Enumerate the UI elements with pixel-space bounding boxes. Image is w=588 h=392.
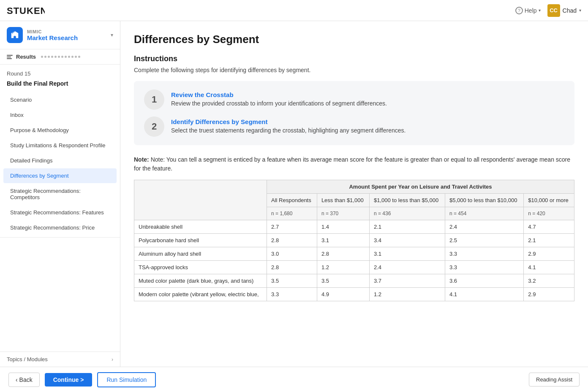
sidebar-section-title: Build the Final Report bbox=[0, 78, 120, 92]
table-group-header: Amount Spent per Year on Leisure and Tra… bbox=[267, 180, 574, 194]
table-value-cell: 3.6 bbox=[445, 274, 523, 288]
table-value-cell: 2.7 bbox=[267, 220, 317, 234]
table-feature-cell: Muted color palette (dark blue, grays, a… bbox=[134, 274, 267, 288]
table-value-cell: 4.1 bbox=[445, 288, 523, 301]
sidebar-app-icon bbox=[7, 27, 23, 43]
svg-rect-3 bbox=[15, 35, 16, 36]
sidebar-nav-item[interactable]: Inbox bbox=[3, 108, 117, 122]
help-button[interactable]: ? Help ▾ bbox=[515, 7, 541, 14]
table-value-cell: 3.0 bbox=[267, 247, 317, 261]
table-col-header: $1,000 to less than $5,000 bbox=[369, 194, 445, 207]
table-row: Muted color palette (dark blue, grays, a… bbox=[134, 274, 574, 288]
table-value-cell: 3.2 bbox=[524, 274, 574, 288]
run-simulation-button[interactable]: Run Simulation bbox=[97, 372, 156, 387]
step-2-circle: 2 bbox=[144, 116, 164, 137]
table-value-cell: 2.8 bbox=[317, 247, 369, 261]
svg-rect-5 bbox=[15, 34, 16, 35]
user-chevron-icon: ▾ bbox=[579, 8, 581, 13]
sidebar-divider bbox=[0, 237, 120, 238]
results-lines-icon bbox=[7, 55, 13, 59]
help-label: Help bbox=[525, 7, 537, 14]
table-value-cell: 2.1 bbox=[524, 234, 574, 247]
sidebar-results-bar: Results bbox=[0, 49, 120, 65]
sidebar-round-label: Round 15 bbox=[0, 65, 120, 78]
sidebar-topics-label: Topics / Modules bbox=[7, 356, 48, 362]
note-text: Note: Note: You can tell a segment is en… bbox=[134, 155, 574, 173]
step-1-desc: Review the provided crosstab to inform y… bbox=[171, 100, 387, 107]
table-feature-cell: Aluminum alloy hard shell bbox=[134, 247, 267, 261]
table-value-cell: 2.9 bbox=[524, 247, 574, 261]
table-row: Unbreakable shell2.71.42.12.44.7 bbox=[134, 220, 574, 234]
table-value-cell: 3.5 bbox=[317, 274, 369, 288]
sidebar-nav-item[interactable]: Strategic Recommendations: Competitors bbox=[3, 184, 117, 205]
table-value-cell: 3.3 bbox=[445, 247, 523, 261]
table-feature-cell: Unbreakable shell bbox=[134, 220, 267, 234]
table-value-cell: 2.8 bbox=[267, 234, 317, 247]
stukent-logo: STUKENT bbox=[7, 5, 45, 16]
sidebar-nav-item[interactable]: Strategic Recommendations: Features bbox=[3, 205, 117, 220]
back-button[interactable]: ‹ Back bbox=[8, 373, 40, 387]
steps-container: 1 Review the Crosstab Review the provide… bbox=[134, 81, 574, 145]
table-value-cell: 2.8 bbox=[267, 261, 317, 274]
sidebar-nav-item[interactable]: Scenario bbox=[3, 92, 117, 107]
table-row: Polycarbonate hard shell2.83.13.42.52.1 bbox=[134, 234, 574, 247]
svg-rect-4 bbox=[14, 34, 14, 35]
sidebar-nav-item[interactable]: Detailed Findings bbox=[3, 153, 117, 168]
sidebar-app-header[interactable]: MIMIC Market Research ▾ bbox=[0, 21, 120, 49]
table-n-header: n = 436 bbox=[369, 207, 445, 220]
table-empty-header bbox=[134, 180, 267, 220]
top-bar: STUKENT ? Help ▾ CC Chad ▾ bbox=[0, 0, 588, 21]
table-value-cell: 2.1 bbox=[369, 220, 445, 234]
table-col-header: Less than $1,000 bbox=[317, 194, 369, 207]
bottom-bar: ‹ Back Continue > Run Simulation Reading… bbox=[0, 367, 588, 392]
sidebar-nav-item[interactable]: Purpose & Methodology bbox=[3, 123, 117, 138]
table-value-cell: 1.4 bbox=[317, 220, 369, 234]
instructions-title: Instructions bbox=[134, 54, 574, 63]
sidebar-nav: ScenarioInboxPurpose & MethodologyStudy … bbox=[0, 92, 120, 235]
step-1-link[interactable]: Review the Crosstab bbox=[171, 91, 387, 98]
table-value-cell: 2.4 bbox=[369, 261, 445, 274]
table-value-cell: 3.1 bbox=[369, 247, 445, 261]
user-menu[interactable]: CC Chad ▾ bbox=[547, 4, 581, 17]
instructions-desc: Complete the following steps for identif… bbox=[134, 67, 574, 73]
table-value-cell: 1.2 bbox=[369, 288, 445, 301]
sidebar-app-info: MIMIC Market Research bbox=[27, 29, 78, 41]
page-title: Differences by Segment bbox=[134, 33, 574, 46]
help-icon: ? bbox=[515, 7, 523, 14]
table-n-header: n = 454 bbox=[445, 207, 523, 220]
step-1-circle: 1 bbox=[144, 89, 164, 110]
table-row: TSA-approved locks2.81.22.43.34.1 bbox=[134, 261, 574, 274]
table-feature-cell: TSA-approved locks bbox=[134, 261, 267, 274]
main-content: Differences by Segment Instructions Comp… bbox=[120, 21, 588, 367]
sidebar-nav-item[interactable]: Differences by Segment bbox=[3, 168, 117, 183]
table-col-header: $5,000 to less than $10,000 bbox=[445, 194, 523, 207]
table-value-cell: 3.1 bbox=[317, 234, 369, 247]
table-value-cell: 3.4 bbox=[369, 234, 445, 247]
help-chevron-icon: ▾ bbox=[539, 8, 541, 13]
crosstab-table-wrapper: Amount Spent per Year on Leisure and Tra… bbox=[134, 180, 574, 301]
sidebar: MIMIC Market Research ▾ Results bbox=[0, 21, 120, 367]
user-avatar: CC bbox=[547, 4, 560, 17]
table-value-cell: 3.3 bbox=[267, 288, 317, 301]
reading-assist-button[interactable]: Reading Assist bbox=[529, 373, 580, 387]
table-col-header: All Respondents bbox=[267, 194, 317, 207]
continue-button[interactable]: Continue > bbox=[45, 373, 93, 387]
table-n-header: n = 420 bbox=[524, 207, 574, 220]
table-row: Aluminum alloy hard shell3.02.83.13.32.9 bbox=[134, 247, 574, 261]
sidebar-header-chevron-icon: ▾ bbox=[111, 32, 113, 38]
step-2-link[interactable]: Identify Differences by Segment bbox=[171, 118, 406, 125]
step-1-content: Review the Crosstab Review the provided … bbox=[171, 89, 387, 107]
sidebar-nav-item[interactable]: Study Limitations & Respondent Profile bbox=[3, 138, 117, 153]
table-value-cell: 4.1 bbox=[524, 261, 574, 274]
table-value-cell: 2.4 bbox=[445, 220, 523, 234]
table-value-cell: 3.7 bbox=[369, 274, 445, 288]
crosstab-table: Amount Spent per Year on Leisure and Tra… bbox=[134, 180, 574, 301]
table-value-cell: 4.9 bbox=[317, 288, 369, 301]
step-2-desc: Select the truest statements regarding t… bbox=[171, 127, 406, 134]
table-value-cell: 2.5 bbox=[445, 234, 523, 247]
step-2-row: 2 Identify Differences by Segment Select… bbox=[144, 116, 564, 137]
results-label: Results bbox=[16, 54, 36, 60]
sidebar-topics-button[interactable]: Topics / Modules › bbox=[0, 351, 120, 367]
sidebar-nav-item[interactable]: Strategic Recommendations: Price bbox=[3, 220, 117, 235]
top-right-area: ? Help ▾ CC Chad ▾ bbox=[515, 4, 581, 17]
